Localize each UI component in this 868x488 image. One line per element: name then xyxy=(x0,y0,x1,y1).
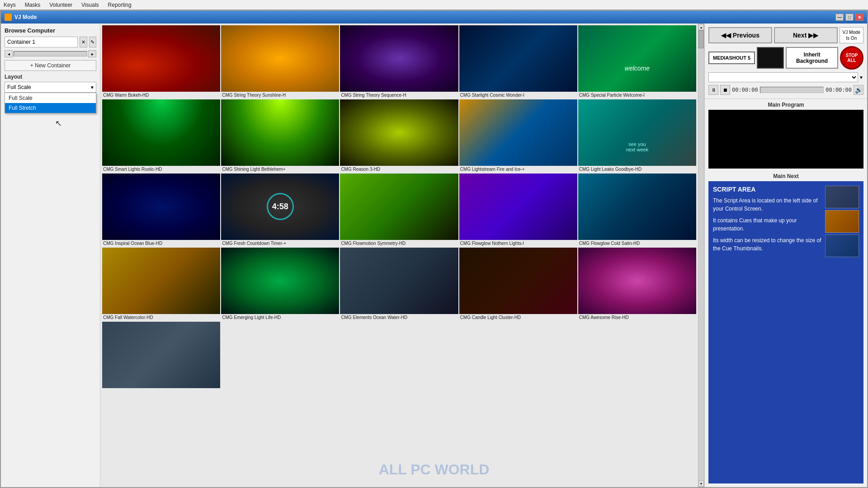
media-label: CMG Lightstream Fire and Ice-+ xyxy=(459,166,577,173)
layout-label: Layout xyxy=(5,74,96,80)
app-icon xyxy=(5,14,12,21)
media-item[interactable]: CMG Starlight Cosmic Wonder-l xyxy=(459,25,577,99)
window-title: VJ Mode xyxy=(14,14,37,20)
media-item[interactable]: CMG Lightstream Fire and Ice-+ xyxy=(459,99,577,173)
script-thumb-1 xyxy=(825,186,859,208)
layout-selected-value[interactable]: Full Scale xyxy=(5,82,96,93)
right-panel: ◀◀ Previous Next ▶▶ VJ Mode Is On MEDIAS… xyxy=(704,23,867,487)
time-start: 00:00:00 xyxy=(732,87,758,93)
media-label: CMG Shining Light Bethlehem+ xyxy=(221,166,339,173)
next-label: Next xyxy=(793,32,807,39)
script-thumbnails xyxy=(825,186,859,479)
media-label: CMG Flowglow Nothern Lights-l xyxy=(459,240,577,247)
titlebar-controls: — □ ✕ xyxy=(835,14,863,21)
media-item[interactable]: CMG Candle Light Cluster-HD xyxy=(459,248,577,321)
media-item[interactable]: CMG Emerging Light Life-HD xyxy=(221,248,339,321)
vj-on-text: Is On xyxy=(843,35,860,41)
edit-container-btn[interactable]: ✎ xyxy=(89,37,97,47)
script-text-section: SCRIPT AREA The Script Area is located o… xyxy=(713,186,821,479)
new-container-button[interactable]: + New Container xyxy=(5,60,96,71)
media-label: CMG String Theory Sunshine-H xyxy=(221,92,339,99)
progress-bar[interactable] xyxy=(760,87,824,93)
menu-masks[interactable]: Masks xyxy=(25,2,41,8)
media-label: CMG Flowmotion Symmetry-HD xyxy=(340,240,458,247)
clear-container-btn[interactable]: ✕ xyxy=(80,37,87,47)
media-item[interactable]: CMG Flowglow Nothern Lights-l xyxy=(459,174,577,247)
close-button[interactable]: ✕ xyxy=(855,14,863,21)
media-label: CMG Reason 3-HD xyxy=(340,166,458,173)
main-window: VJ Mode — □ ✕ Browse Computer ✕ ✎ ◂ ▸ + … xyxy=(0,10,868,488)
scroll-left-btn[interactable]: ◂ xyxy=(5,50,13,57)
media-item[interactable]: CMG Fall Watercolor-HD xyxy=(102,248,220,321)
container-row: ✕ ✎ xyxy=(5,37,96,47)
scroll-track[interactable] xyxy=(14,51,87,56)
media-item[interactable]: welcomeCMG Special Particle Welcome-l xyxy=(578,25,696,99)
media-item[interactable] xyxy=(102,322,220,390)
menu-volunteer[interactable]: Volunteer xyxy=(49,2,72,8)
scroll-right-btn[interactable]: ▸ xyxy=(88,50,96,57)
media-label: CMG Smart Lights Rustic-HD xyxy=(102,166,220,173)
vj-mode-badge: VJ Mode Is On xyxy=(840,27,863,43)
media-item[interactable]: CMG Flowglow Cold Satin-HD xyxy=(578,174,696,247)
media-item[interactable]: 4:58CMG Fresh Countdown Timer-+ xyxy=(221,174,339,247)
menu-visuals[interactable]: Visuals xyxy=(81,2,99,8)
media-item[interactable]: CMG String Theory Sequence-H xyxy=(340,25,458,99)
right-top-controls: ◀◀ Previous Next ▶▶ VJ Mode Is On MEDIAS… xyxy=(705,23,867,99)
window-titlebar: VJ Mode — □ ✕ xyxy=(1,11,867,23)
controls-row: MEDIASHOUT 5 Inherit Background STOP ALL xyxy=(708,46,863,70)
container-input[interactable] xyxy=(5,37,78,47)
maximize-button[interactable]: □ xyxy=(845,14,854,21)
media-item[interactable]: CMG Smart Lights Rustic-HD xyxy=(102,99,220,173)
menu-keys[interactable]: Keys xyxy=(4,2,16,8)
script-para1: The Script Area is located on the left s… xyxy=(713,197,821,213)
layout-option-fullscale[interactable]: Full Scale xyxy=(5,93,96,103)
main-program-label: Main Program xyxy=(708,102,863,108)
media-label xyxy=(102,388,220,390)
stop-all-button[interactable]: STOP ALL xyxy=(840,46,863,70)
layout-dropdown-popup: Full Scale Full Stretch xyxy=(5,93,96,113)
media-item[interactable]: see younext weekCMG Light Leaks Goodbye-… xyxy=(578,99,696,173)
prev-next-row: ◀◀ Previous Next ▶▶ VJ Mode Is On xyxy=(708,27,863,43)
media-item[interactable]: CMG Elements Ocean Water-HD xyxy=(340,248,458,321)
minimize-button[interactable]: — xyxy=(835,14,844,21)
media-item[interactable]: CMG String Theory Sunshine-H xyxy=(221,25,339,99)
scroll-up-btn[interactable]: ▴ xyxy=(698,24,704,30)
dropdown-row: ▼ xyxy=(708,72,863,82)
next-button[interactable]: Next ▶▶ xyxy=(774,27,838,43)
content-wrapper: CMG Warm Bokeh-HDCMG String Theory Sunsh… xyxy=(100,23,704,487)
media-label: CMG Special Particle Welcome-l xyxy=(578,92,696,99)
media-label: CMG Fresh Countdown Timer-+ xyxy=(221,240,339,247)
prev-icon: ◀◀ xyxy=(721,32,731,39)
main-next-label: Main Next xyxy=(705,171,867,181)
vj-mode-text: VJ Mode xyxy=(843,29,860,35)
media-item[interactable]: CMG Inspiral Ocean Blue-HD xyxy=(102,174,220,247)
scroll-v-thumb[interactable] xyxy=(698,30,704,48)
next-icon: ▶▶ xyxy=(808,32,818,39)
media-item[interactable]: CMG Flowmotion Symmetry-HD xyxy=(340,174,458,247)
stop-button[interactable]: ⏹ xyxy=(720,85,730,95)
media-item[interactable]: CMG Warm Bokeh-HD xyxy=(102,25,220,99)
previous-label: Previous xyxy=(733,32,760,39)
media-item[interactable]: CMG Reason 3-HD xyxy=(340,99,458,173)
effect-dropdown[interactable] xyxy=(708,72,858,82)
media-label: CMG Elements Ocean Water-HD xyxy=(340,314,458,321)
media-grid: CMG Warm Bokeh-HDCMG String Theory Sunsh… xyxy=(100,23,698,487)
inherit-background-button[interactable]: Inherit Background xyxy=(786,47,838,69)
mediashout-button[interactable]: MEDIASHOUT 5 xyxy=(708,52,755,64)
main-program-section: Main Program xyxy=(705,99,867,171)
layout-option-fullstretch[interactable]: Full Stretch xyxy=(5,103,96,113)
volume-button[interactable]: 🔊 xyxy=(854,85,863,95)
previous-button[interactable]: ◀◀ Previous xyxy=(708,27,772,43)
pause-button[interactable]: ⏸ xyxy=(708,85,718,95)
scroll-down-btn[interactable]: ▾ xyxy=(698,480,704,487)
script-thumb-2 xyxy=(825,210,859,233)
script-para2: It contains Cues that make up your prese… xyxy=(713,216,821,233)
script-thumb-3 xyxy=(825,235,859,257)
script-para3: Its width can be resized to change the s… xyxy=(713,236,821,253)
black-button[interactable] xyxy=(757,47,784,69)
media-item[interactable]: CMG Shining Light Bethlehem+ xyxy=(221,99,339,173)
menu-reporting[interactable]: Reporting xyxy=(108,2,132,8)
media-item[interactable]: CMG Awesome Rise-HD xyxy=(578,248,696,321)
media-label: CMG Candle Light Cluster-HD xyxy=(459,314,577,321)
media-label: CMG Flowglow Cold Satin-HD xyxy=(578,240,696,247)
